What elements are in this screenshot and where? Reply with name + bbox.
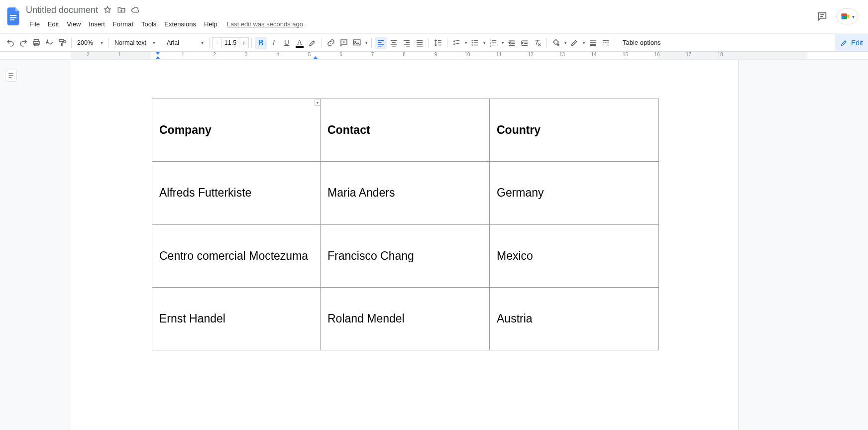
align-justify-button[interactable]: [414, 37, 426, 49]
ruler-tick: 6: [339, 52, 342, 57]
ruler-tick: 16: [654, 52, 659, 57]
table-header-cell[interactable]: Country: [490, 99, 659, 162]
table-cell[interactable]: Germany: [490, 162, 659, 224]
left-indent-marker[interactable]: [155, 56, 160, 59]
move-icon[interactable]: [117, 5, 126, 14]
insert-image-dropdown[interactable]: ▾: [363, 40, 369, 45]
cell-fill-color-button[interactable]: [550, 37, 562, 49]
font-size-increase-button[interactable]: +: [239, 37, 249, 48]
font-dropdown[interactable]: Arial: [164, 37, 207, 49]
menu-view[interactable]: View: [63, 18, 84, 30]
numbered-list-button[interactable]: 123: [487, 37, 499, 49]
show-outline-button[interactable]: [5, 70, 17, 82]
bold-button[interactable]: B: [255, 37, 267, 49]
ruler-tick: 9: [434, 52, 437, 57]
ruler-tick: 11: [496, 52, 502, 57]
ruler-tick: 3: [245, 52, 248, 57]
first-line-indent-marker[interactable]: [155, 52, 160, 55]
menu-file[interactable]: File: [26, 18, 43, 30]
meet-button[interactable]: ▾: [836, 8, 858, 24]
underline-button[interactable]: U: [281, 37, 293, 49]
zoom-dropdown[interactable]: 200%: [74, 37, 106, 49]
table-cell[interactable]: Mexico: [490, 224, 659, 287]
font-size-decrease-button[interactable]: −: [212, 37, 222, 48]
redo-button[interactable]: [17, 37, 29, 49]
menu-edit[interactable]: Edit: [44, 18, 62, 30]
svg-point-38: [472, 42, 473, 43]
checklist-dropdown[interactable]: ▾: [463, 40, 468, 45]
pencil-icon: [840, 39, 848, 47]
table-cell[interactable]: Ernst Handel: [152, 288, 321, 350]
border-style-button[interactable]: [600, 37, 612, 49]
insert-image-button[interactable]: [351, 37, 363, 49]
table-cell[interactable]: Alfreds Futterkiste: [152, 162, 321, 224]
highlight-color-button[interactable]: [307, 37, 319, 49]
table-cell[interactable]: Maria Anders: [321, 162, 490, 224]
spellcheck-button[interactable]: [43, 37, 55, 49]
bulleted-list-button[interactable]: [469, 37, 481, 49]
checklist-button[interactable]: [450, 37, 462, 49]
table-cell[interactable]: Austria: [490, 288, 659, 350]
ruler-tick: 4: [276, 52, 279, 57]
increase-indent-button[interactable]: [519, 37, 531, 49]
workspace: ▾ Company Contact Country Alfreds Futter…: [0, 60, 868, 430]
last-edit-link[interactable]: Last edit was seconds ago: [227, 20, 303, 28]
clear-formatting-button[interactable]: [532, 37, 543, 49]
font-size-input[interactable]: 11.5: [222, 37, 239, 48]
undo-button[interactable]: [4, 37, 16, 49]
svg-rect-1: [10, 17, 17, 18]
table-options-button[interactable]: Table options: [618, 39, 666, 46]
numbered-list-dropdown[interactable]: ▾: [500, 40, 505, 45]
star-icon[interactable]: [103, 5, 112, 14]
menu-extensions[interactable]: Extensions: [161, 18, 200, 30]
table-row[interactable]: Ernst Handel Roland Mendel Austria: [152, 288, 659, 350]
header-right: ▾: [815, 3, 864, 30]
right-indent-marker[interactable]: [313, 56, 318, 59]
align-center-button[interactable]: [388, 37, 400, 49]
table-cell[interactable]: Centro comercial Moctezuma: [152, 224, 321, 287]
cloud-saved-icon[interactable]: [131, 5, 140, 14]
docs-logo[interactable]: [4, 3, 24, 30]
ruler-tick: 7: [371, 52, 374, 57]
ruler-tick: 1: [182, 52, 185, 57]
svg-rect-0: [10, 15, 17, 16]
table-header-cell[interactable]: Contact: [321, 99, 490, 162]
cell-fill-color-dropdown[interactable]: ▾: [562, 40, 568, 45]
document-page[interactable]: ▾ Company Contact Country Alfreds Futter…: [71, 60, 739, 430]
document-title[interactable]: Untitled document: [26, 5, 98, 15]
open-comments-button[interactable]: [815, 9, 829, 23]
table-row[interactable]: Centro comercial Moctezuma Francisco Cha…: [152, 224, 659, 287]
italic-button[interactable]: I: [268, 37, 280, 49]
bulleted-list-dropdown[interactable]: ▾: [481, 40, 487, 45]
insert-link-button[interactable]: [325, 37, 337, 49]
menu-insert[interactable]: Insert: [85, 18, 108, 30]
menu-help[interactable]: Help: [201, 18, 221, 30]
print-button[interactable]: [30, 37, 42, 49]
border-color-button[interactable]: [568, 37, 580, 49]
menu-format[interactable]: Format: [109, 18, 137, 30]
ruler-tick: 12: [528, 52, 533, 57]
svg-rect-40: [474, 40, 478, 41]
font-size-control: − 11.5 +: [212, 37, 249, 48]
menu-tools[interactable]: Tools: [138, 18, 160, 30]
document-table[interactable]: Company Contact Country Alfreds Futterki…: [152, 99, 659, 350]
table-row[interactable]: Alfreds Futterkiste Maria Anders Germany: [152, 162, 659, 224]
svg-text:3: 3: [490, 44, 491, 47]
border-color-dropdown[interactable]: ▾: [581, 40, 586, 45]
table-header-cell[interactable]: Company: [152, 99, 321, 162]
paint-format-button[interactable]: [56, 37, 68, 49]
add-comment-button[interactable]: [338, 37, 350, 49]
text-color-button[interactable]: A: [294, 37, 306, 49]
editing-mode-button[interactable]: Edit: [835, 34, 868, 51]
table-row[interactable]: Company Contact Country: [152, 99, 659, 162]
table-cell[interactable]: Francisco Chang: [321, 224, 490, 287]
line-spacing-button[interactable]: [432, 37, 444, 49]
decrease-indent-button[interactable]: [506, 37, 518, 49]
ruler-tick: 17: [686, 52, 691, 57]
border-width-button[interactable]: [587, 37, 599, 49]
align-left-button[interactable]: [375, 37, 387, 49]
horizontal-ruler[interactable]: 21123456789101112131415161718: [0, 52, 868, 60]
table-cell[interactable]: Roland Mendel: [321, 288, 490, 350]
paragraph-style-dropdown[interactable]: Normal text: [111, 37, 158, 49]
align-right-button[interactable]: [401, 37, 413, 49]
